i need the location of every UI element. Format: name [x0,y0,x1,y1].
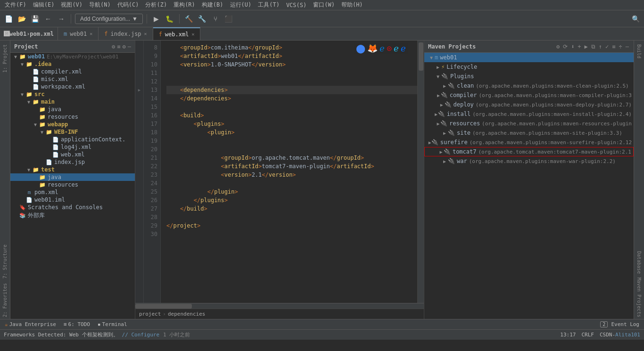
menu-help[interactable]: 帮助(H) [339,0,366,10]
tree-item-webxml[interactable]: 📄 web.xml [10,151,135,158]
maven-gear-icon[interactable]: ⚙ [555,42,561,51]
code-editor[interactable]: <groupId>com.itheima</groupId> <artifact… [161,41,417,303]
horiz-scroll[interactable] [135,303,424,309]
menu-tools[interactable]: 工具(T) [255,0,282,10]
tree-item-java[interactable]: 📁 java [10,106,135,113]
tab-webxml-close[interactable]: ✕ [191,32,194,37]
tree-item-compiler-xml[interactable]: 📄 compiler.xml [10,68,135,75]
maven-item-resources[interactable]: ▶ 🔌 resources (org.apache.maven.plugins:… [424,119,634,128]
tab-index-close[interactable]: ✕ [144,31,147,36]
run-button[interactable]: ▶ [151,13,162,24]
tree-item-log4j[interactable]: 📄 log4j.xml [10,143,135,151]
maven-item-install[interactable]: ▶ 🔌 install (org.apache.maven.plugins:ma… [424,109,634,119]
tree-item-indexjsp[interactable]: 📄 index.jsp [10,158,135,166]
tree-item-extlibs[interactable]: 📚 外部库 [10,211,135,220]
terminal-btn[interactable]: ▪ Terminal [96,320,129,328]
edge-icon[interactable]: ℯ [380,44,385,53]
save-button[interactable]: 💾 [29,13,41,24]
maven-item-deploy[interactable]: ▶ 🔌 deploy (org.apache.maven.plugins:mav… [424,100,634,109]
maven-check-icon[interactable]: ✓ [604,42,610,51]
wrench-button[interactable]: 🔧 [197,13,208,24]
tree-item-appctx[interactable]: 📄 applicationContext. [10,136,135,143]
menu-view[interactable]: 视图(V) [58,0,85,10]
maven-item-war[interactable]: ▶ 🔌 war (org.apache.maven.plugins:maven-… [424,156,634,166]
opera-icon[interactable]: ⊙ [387,44,392,53]
tab-web01-close[interactable]: ✕ [90,31,92,36]
todo-btn[interactable]: ≡ 6: TODO [62,320,92,328]
maven-item-site[interactable]: ▶ 🔌 site (org.apache.maven.plugins:maven… [424,128,634,138]
tab-index-jsp[interactable]: f index.jsp ✕ [99,27,153,40]
maven-item-web01[interactable]: ▼ m web01 [424,53,634,62]
breadcrumb-project[interactable]: project [139,311,161,317]
maven-item-lifecycle[interactable]: ▶ ⚡ Lifecycle [424,62,634,72]
maven-up-icon[interactable]: ↑ [598,42,603,51]
strip-project[interactable]: 1: Project [2,42,8,74]
tree-item-webapp[interactable]: ▼ 📁 webapp [10,121,135,128]
maven-item-compiler[interactable]: ▶ 🔌 compiler (org.apache.maven.plugins:m… [424,90,634,100]
menu-analyze[interactable]: 分析(Z) [142,0,170,10]
tree-item-misc-xml[interactable]: 📄 misc.xml [10,75,135,83]
tree-item-pomxml[interactable]: m pom.xml [10,188,135,196]
safari-icon[interactable]: ℯ [401,44,406,53]
event-log-btn[interactable]: 2 Event Log [598,320,641,328]
tree-item-iml[interactable]: 📄 web01.iml [10,196,135,204]
maven-add-icon[interactable]: + [577,42,582,51]
menu-vcs[interactable]: VCS(S) [283,1,309,9]
maven-item-plugins[interactable]: ▼ 🔌 Plugins [424,72,634,81]
firefox-icon[interactable]: 🦊 [367,44,378,53]
search-button[interactable]: 🔍 [630,13,641,24]
panel-settings-icon[interactable]: ⚙ [123,43,126,50]
ie-icon[interactable]: ℯ [394,44,399,53]
tree-item-src[interactable]: ▼ 📁 src [10,90,135,98]
tree-item-scratches[interactable]: 🔖 Scratches and Consoles [10,204,135,211]
tree-item-test-resources[interactable]: 📁 resources [10,181,135,188]
forward-button[interactable]: → [56,13,67,24]
maven-run-icon[interactable]: ▶ [584,42,589,51]
chrome-icon[interactable]: ⬤ [356,44,365,53]
tree-item-test[interactable]: ▼ 📁 test [10,166,135,173]
maven-collapse-icon[interactable]: ÷ [618,42,623,51]
strip-database[interactable]: Database [636,249,642,276]
strip-favorites[interactable]: 2: Favorites [2,281,8,319]
maven-skip-icon[interactable]: ⧉ [590,42,596,51]
hammer-button[interactable]: 🔨 [183,13,195,24]
maven-menu-icon[interactable]: ≡ [611,42,616,51]
back-button[interactable]: ← [42,13,54,24]
maven-item-tomcat7[interactable]: ▶ 🔌 tomcat7 (org.apache.tomcat.maven:tom… [424,147,634,156]
new-file-button[interactable]: 📄 [3,13,14,24]
menu-window[interactable]: 窗口(W) [310,0,338,10]
maven-item-clean[interactable]: ▶ 🔌 clean (org.apache.maven.plugins:mave… [424,81,634,90]
debug-button[interactable]: 🐛 [164,13,175,24]
maven-refresh-icon[interactable]: ⟳ [562,42,569,51]
tree-item-webinf[interactable]: ▼ 📁 WEB-INF [10,128,135,136]
java-enterprise-btn[interactable]: ☕ Java Enterprise [3,320,58,328]
strip-structure[interactable]: 7: Structure [2,243,8,280]
open-button[interactable]: 📂 [16,13,27,24]
strip-maven-projects[interactable]: Maven Projects [636,276,642,319]
terminal-button[interactable]: ⬛ [223,13,234,24]
tab-web01[interactable]: m web01 ✕ [58,27,99,40]
menu-file[interactable]: 文件(F) [2,0,29,10]
tree-item-resources[interactable]: 📁 resources [10,113,135,121]
maven-download-icon[interactable]: ⬇ [570,42,575,51]
menu-refactor[interactable]: 重构(R) [171,0,198,10]
panel-gear-icon[interactable]: ⚙ [112,43,115,50]
strip-build[interactable]: Build [636,42,642,60]
menu-run[interactable]: 运行(U) [227,0,255,10]
editor-scrollbar[interactable] [417,41,424,303]
panel-layout-icon[interactable]: ≡ [117,43,120,50]
menu-build[interactable]: 构建(B) [199,0,226,10]
tree-item-web01-root[interactable]: ▼ 📁 web01 E:\myMavenProject\web01 [10,53,135,60]
fold-13[interactable]: ▶ [135,86,143,94]
tree-item-main[interactable]: ▼ 📁 main [10,98,135,106]
menu-edit[interactable]: 编辑(E) [30,0,58,10]
menu-nav[interactable]: 导航(N) [86,0,114,10]
tree-item-test-java[interactable]: 📁 java [10,173,135,181]
maven-item-surefire[interactable]: ▶ 🔌 surefire (org.apache.maven.plugins:m… [424,138,634,147]
status-configure-link[interactable]: // Configure [122,332,159,338]
breadcrumb-dependencies[interactable]: dependencies [168,311,205,317]
tree-item-workspace-xml[interactable]: 📄 workspace.xml [10,83,135,90]
panel-minimize-icon[interactable]: — [128,43,131,50]
tab-web-xml[interactable]: f web.xml ✕ [153,27,201,40]
tree-item-idea[interactable]: ▼ 📁 .idea [10,60,135,68]
